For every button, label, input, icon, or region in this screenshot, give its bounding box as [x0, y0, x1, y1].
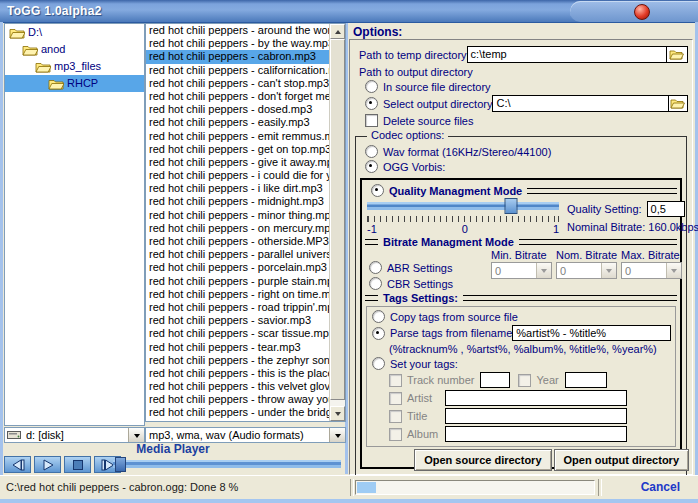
file-row[interactable]: red hot chili peppers - get on top.mp3: [146, 143, 329, 156]
track-number-checkbox[interactable]: [389, 374, 402, 387]
file-row[interactable]: red hot chili peppers - under the bridge…: [146, 406, 329, 419]
tree-item[interactable]: anod: [5, 41, 144, 58]
stop-button[interactable]: [64, 456, 91, 473]
file-row[interactable]: red hot chili peppers - easily.mp3: [146, 116, 329, 129]
file-row[interactable]: red hot chili peppers - i could die for …: [146, 169, 329, 182]
tree-item[interactable]: mp3_files: [5, 58, 144, 75]
file-row[interactable]: red hot chili peppers - scar tissue.mp3: [146, 327, 329, 340]
delete-source-checkbox[interactable]: [365, 114, 378, 127]
file-row[interactable]: red hot chili peppers - around the world…: [146, 24, 329, 37]
file-list[interactable]: red hot chili peppers - around the world…: [145, 23, 346, 422]
file-row[interactable]: red hot chili peppers - by the way.mp3: [146, 37, 329, 50]
file-row[interactable]: red hot chili peppers - purple stain.mp3: [146, 275, 329, 288]
file-row[interactable]: red hot chili peppers - i like dirt.mp3: [146, 182, 329, 195]
browse-output-button[interactable]: [669, 95, 688, 112]
previous-button[interactable]: [4, 456, 31, 473]
abr-settings-radio[interactable]: [369, 261, 382, 274]
file-row[interactable]: red hot chili peppers - give it away.mp3: [146, 156, 329, 169]
file-row[interactable]: red hot chili peppers - don't forget me.…: [146, 90, 329, 103]
nom-bitrate-header: Nom. Bitrate: [556, 249, 621, 261]
copy-tags-radio[interactable]: [372, 310, 385, 323]
play-button[interactable]: [34, 456, 61, 473]
dropdown-button[interactable]: [601, 263, 616, 278]
open-source-directory-button[interactable]: Open source directory: [414, 449, 551, 471]
wav-format-radio[interactable]: [365, 145, 378, 158]
parse-tags-radio[interactable]: [372, 327, 385, 340]
set-tags-radio[interactable]: [372, 357, 385, 370]
album-checkbox[interactable]: [389, 428, 402, 441]
file-row[interactable]: red hot chili peppers - cabron.mp3: [146, 50, 329, 63]
min-bitrate-combo[interactable]: 0: [491, 262, 552, 279]
artist-checkbox[interactable]: [389, 392, 402, 405]
format-filter[interactable]: mp3, wma, wav (Audio formats): [145, 427, 346, 443]
scroll-up-button[interactable]: [330, 24, 345, 39]
open-output-directory-button[interactable]: Open output directory: [554, 449, 690, 471]
file-row[interactable]: red hot chili peppers - universally spea…: [146, 420, 329, 421]
file-row[interactable]: red hot chili peppers - porcelain.mp3: [146, 261, 329, 274]
file-row[interactable]: red hot chili peppers - this velvet glov…: [146, 380, 329, 393]
artist-field[interactable]: [445, 390, 627, 406]
ogg-vorbis-radio[interactable]: [365, 160, 378, 173]
file-row[interactable]: red hot chili peppers - savior.mp3: [146, 314, 329, 327]
file-row[interactable]: red hot chili peppers - parallel univers…: [146, 248, 329, 261]
quality-slider-thumb[interactable]: [505, 198, 518, 214]
select-output-radio[interactable]: [365, 97, 378, 110]
window-border-left: [0, 22, 3, 503]
chevron-down-icon: [541, 269, 547, 276]
file-row[interactable]: red hot chili peppers - on mercury.mp3: [146, 222, 329, 235]
file-row[interactable]: red hot chili peppers - californication.…: [146, 64, 329, 77]
title-checkbox[interactable]: [389, 410, 402, 423]
quality-slider-track[interactable]: [367, 202, 559, 210]
file-list-scrollbar[interactable]: [329, 24, 345, 421]
tree-item[interactable]: D:\: [5, 24, 144, 41]
quality-slider-labels: -1 0 1: [367, 223, 559, 235]
browse-temp-button[interactable]: [667, 46, 688, 63]
tree-item[interactable]: RHCP: [5, 75, 144, 92]
close-button[interactable]: [634, 4, 650, 20]
nom-bitrate-combo[interactable]: 0: [556, 262, 617, 279]
scrollbar-thumb[interactable]: [330, 39, 345, 400]
file-row[interactable]: red hot chili peppers - this is the plac…: [146, 367, 329, 380]
track-number-field[interactable]: [480, 372, 510, 388]
file-row[interactable]: red hot chili peppers - emit remmus.mp3: [146, 130, 329, 143]
file-row[interactable]: red hot chili peppers - tear.mp3: [146, 341, 329, 354]
max-bitrate-combo[interactable]: 0: [621, 262, 682, 279]
drive-dropdown-button[interactable]: [128, 428, 144, 442]
scroll-down-button[interactable]: [330, 406, 345, 421]
file-row[interactable]: red hot chili peppers - otherside.MP3: [146, 235, 329, 248]
tags-settings-label: Tags Settings:: [383, 292, 458, 304]
file-row[interactable]: red hot chili peppers - right on time.mp…: [146, 288, 329, 301]
title-field[interactable]: [445, 408, 627, 424]
open-folder-icon: [669, 49, 684, 60]
cancel-button[interactable]: Cancel: [641, 480, 680, 494]
wav-format-label: Wav format (16KHz/Stereo/44100): [383, 146, 551, 158]
file-row[interactable]: red hot chili peppers - can't stop.mp3: [146, 77, 329, 90]
file-row[interactable]: red hot chili peppers - the zephyr song.…: [146, 354, 329, 367]
year-field[interactable]: [565, 372, 607, 388]
temp-dir-field[interactable]: c:\temp: [467, 46, 667, 63]
year-checkbox[interactable]: [518, 374, 531, 387]
decoration-line: [519, 239, 677, 245]
cbr-settings-radio[interactable]: [369, 277, 382, 290]
file-row[interactable]: red hot chili peppers - throw away your …: [146, 393, 329, 406]
dropdown-button[interactable]: [666, 263, 681, 278]
title-bar[interactable]: ToGG 1.0alpha2: [0, 0, 698, 23]
quality-mode-radio[interactable]: [371, 184, 384, 197]
file-row[interactable]: red hot chili peppers - midnight.mp3: [146, 195, 329, 208]
media-player-slider[interactable]: [113, 457, 341, 472]
in-source-radio[interactable]: [365, 80, 378, 93]
folder-tree[interactable]: D:\anodmp3_filesRHCP: [4, 23, 145, 426]
file-row[interactable]: red hot chili peppers - dosed.mp3: [146, 103, 329, 116]
codec-options-group: Codec options: Wav format (16KHz/Stereo/…: [355, 136, 687, 478]
nominal-bitrate-label: Nominal Bitrate: 160.0kbps: [567, 221, 698, 233]
file-row[interactable]: red hot chili peppers - road trippin'.mp…: [146, 301, 329, 314]
filter-dropdown-button[interactable]: [329, 428, 345, 442]
drive-selector[interactable]: d: [disk]: [4, 427, 145, 443]
album-field[interactable]: [445, 426, 627, 442]
file-row[interactable]: red hot chili peppers - minor thing.mp3: [146, 209, 329, 222]
parse-pattern-field[interactable]: %artist% - %title%: [512, 325, 671, 341]
media-slider-thumb[interactable]: [115, 457, 126, 472]
quality-setting-field[interactable]: 0,5: [647, 201, 685, 217]
dropdown-button[interactable]: [536, 263, 551, 278]
output-dir-field[interactable]: C:\: [492, 95, 668, 112]
